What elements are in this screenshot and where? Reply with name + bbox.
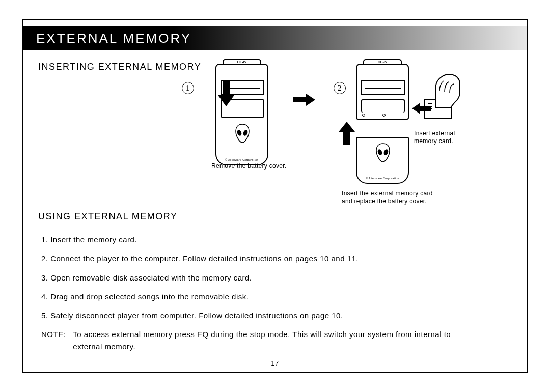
arrow-left-icon (420, 106, 431, 111)
page-title: EXTERNAL MEMORY (36, 31, 191, 46)
diagram-device-full: CE-IV © Alienware Corporation (215, 64, 268, 165)
screw-hole-icon (362, 114, 365, 117)
arrow-right-icon (293, 97, 306, 102)
caption-remove-cover: Remove the battery cover. (211, 162, 287, 170)
arrow-down-head-icon (218, 95, 234, 106)
instruction-step: 4. Drag and drop selected songs into the… (41, 291, 500, 302)
alien-head-icon (375, 143, 391, 162)
instruction-step: 3. Open removable disk associated with t… (41, 272, 500, 284)
step-number-1: 1 (182, 82, 194, 94)
note-text: To access external memory press EQ durin… (73, 328, 480, 352)
page-number: 17 (23, 359, 527, 367)
diagram-device-open: CE-IV (356, 64, 409, 120)
instruction-step: 2. Connect the player to the computer. F… (41, 253, 500, 264)
step-number-2: 2 (334, 82, 346, 94)
note-label: NOTE: (41, 328, 66, 352)
note-block: NOTE: To access external memory press EQ… (41, 328, 500, 352)
instructions-list: 1. Insert the memory card. 2. Connect th… (41, 234, 500, 352)
arrow-up-icon (343, 132, 350, 145)
section-inserting-title: INSERTING EXTERNAL MEMORY (38, 62, 201, 72)
device-panel-2 (361, 99, 405, 113)
section-using-title: USING EXTERNAL MEMORY (38, 211, 178, 222)
arrow-down-icon (223, 81, 230, 95)
caption-replace-cover-a: Insert the external memory card (342, 190, 433, 197)
arrow-up-head-icon (339, 122, 355, 132)
instruction-step: 5. Safely disconnect player from compute… (41, 310, 500, 321)
arrow-left-head-icon (412, 103, 420, 114)
device-upper (356, 64, 409, 120)
device-slot-2 (361, 80, 405, 95)
battery-cover: © Alienware Corporation (356, 137, 409, 184)
svg-point-1 (242, 129, 249, 136)
caption-insert-card-a: Insert external (414, 130, 455, 137)
alien-head-icon (235, 124, 250, 143)
hand-icon (430, 72, 462, 108)
device-body: © Alienware Corporation (215, 64, 268, 165)
svg-point-0 (236, 129, 242, 136)
instruction-step: 1. Insert the memory card. (41, 234, 500, 245)
header-band: EXTERNAL MEMORY (23, 26, 527, 50)
arrow-right-head-icon (306, 94, 315, 106)
manual-page: EXTERNAL MEMORY INSERTING EXTERNAL MEMOR… (22, 19, 528, 373)
corp-label-2: © Alienware Corporation (357, 177, 408, 180)
screw-hole-icon (382, 114, 386, 117)
caption-insert-card-b: memory card. (414, 137, 453, 145)
svg-point-2 (377, 149, 383, 156)
svg-point-3 (383, 149, 389, 156)
corp-label: © Alienware Corporation (216, 158, 267, 161)
caption-replace-cover-b: and replace the battery cover. (342, 198, 427, 205)
